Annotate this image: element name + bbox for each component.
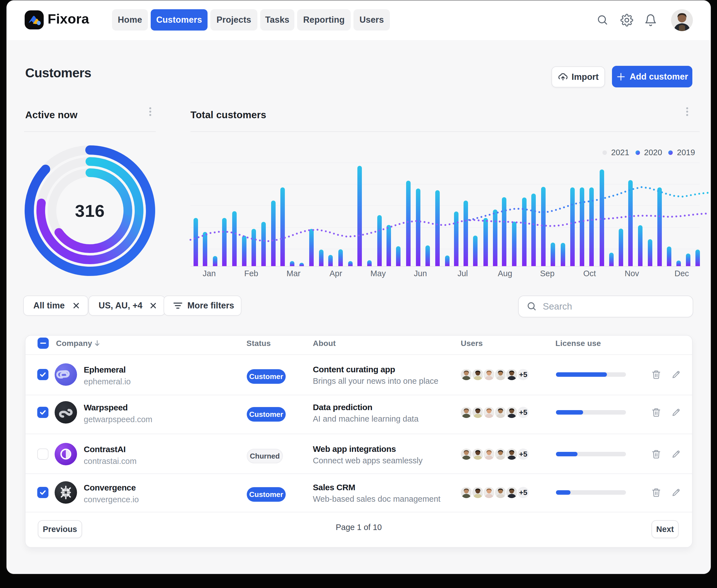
svg-text:Dec: Dec	[674, 269, 689, 278]
svg-text:May: May	[371, 269, 386, 278]
svg-text:Jan: Jan	[203, 269, 216, 278]
svg-text:Mar: Mar	[287, 269, 300, 278]
svg-text:Jul: Jul	[457, 269, 468, 278]
svg-text:Jun: Jun	[414, 269, 427, 278]
svg-text:Sep: Sep	[540, 269, 554, 278]
svg-text:Oct: Oct	[583, 269, 596, 278]
svg-text:Apr: Apr	[329, 269, 342, 278]
svg-text:316: 316	[75, 201, 105, 220]
svg-text:Aug: Aug	[498, 269, 512, 278]
svg-text:Feb: Feb	[244, 269, 258, 278]
svg-text:Nov: Nov	[625, 269, 639, 278]
